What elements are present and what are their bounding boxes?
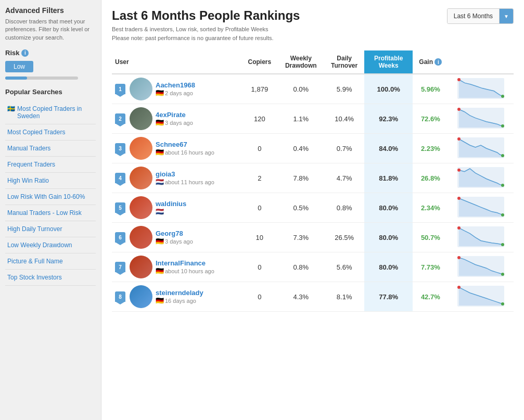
rank-wrap: 5 [115,202,125,213]
user-info: 4exPirate 🇩🇪 3 days ago [156,111,193,126]
subtitle-line2: Please note: past performance is no guar… [112,34,300,43]
rank-badge: 4 [115,173,125,183]
subtitle: Best traders & investors, Low risk, sort… [112,25,300,42]
user-time: 🇩🇪 3 days ago [156,237,193,245]
rank-badge: 2 [115,113,125,124]
rankings-table: User Copiers WeeklyDrawdown DailyTurnove… [112,50,514,312]
avatar [130,167,152,189]
user-info: waldinius 🇳🇱 [156,200,186,215]
popular-searches-section: Popular Searches 🇸🇪Most Copied Traders i… [5,88,96,286]
rank-wrap: 4 [115,173,125,183]
avatar [130,256,152,278]
risk-info-icon[interactable]: i [21,49,29,57]
sidebar-item-low-weekly-drawdown[interactable]: Low Weekly Drawdown [5,237,96,253]
flag-icon: 🇩🇪 [156,119,164,126]
chart-cell [449,252,514,282]
svg-point-23 [457,286,461,289]
sidebar-item-manual-traders-low-risk[interactable]: Manual Traders - Low Risk [5,205,96,221]
sidebar-item-most-copied-sweden[interactable]: 🇸🇪Most Copied Traders in Sweden [5,101,96,124]
gain-value: 5.96% [421,85,440,93]
sidebar-item-frequent-traders[interactable]: Frequent Traders [5,157,96,173]
gain-cell: 5.96% [413,74,449,104]
sidebar-item-label: Low Risk With Gain 10-60% [7,193,85,200]
avatar [130,107,152,130]
rank-wrap: 7 [115,262,125,272]
table-row: 2 4exPirate 🇩🇪 3 days ago 1201.1%10.4%92… [112,104,514,134]
sidebar-item-high-win-ratio[interactable]: High Win Ratio [5,173,96,189]
sidebar-item-picture-full-name[interactable]: Picture & Full Name [5,253,96,270]
risk-label: Risk i [5,49,96,57]
profitable-weeks-cell: 80.0% [364,252,413,282]
risk-button[interactable]: Low [5,61,33,72]
sidebar-item-low-risk-gain[interactable]: Low Risk With Gain 10-60% [5,189,96,205]
gain-value: 42.7% [421,293,440,301]
col-weekly-drawdown: WeeklyDrawdown [278,50,324,74]
gain-value: 2.34% [421,204,440,212]
username[interactable]: Schnee67 [156,141,214,148]
copiers-cell: 0 [241,134,278,163]
user-cell-inner: 5 waldinius 🇳🇱 [115,196,238,219]
chart-cell [449,282,514,312]
chart-cell [449,193,514,223]
user-info: gioia3 🇳🇱 about 11 hours ago [156,170,214,186]
username[interactable]: waldinius [156,200,186,208]
gain-cell: 2.34% [413,193,449,223]
flag-icon: 🇳🇱 [156,178,164,186]
gain-cell: 7.73% [413,252,449,282]
username[interactable]: Aachen1968 [156,81,195,89]
sidebar-item-most-copied[interactable]: Most Copied Traders [5,124,96,141]
user-cell-inner: 6 Georg78 🇩🇪 3 days ago [115,226,238,249]
period-label: Last 6 Months [448,9,500,23]
flag-icon: 🇩🇪 [156,237,164,245]
username[interactable]: 4exPirate [156,111,193,119]
svg-point-4 [501,124,504,128]
username[interactable]: gioia3 [156,170,214,178]
chart-cell [449,104,514,134]
sidebar-item-manual-traders[interactable]: Manual Traders [5,141,96,157]
header-left: Last 6 Months People Rankings Best trade… [112,8,300,42]
user-time: 🇩🇪 about 10 hours ago [156,267,214,275]
sidebar-title: Advanced Filters [5,6,96,15]
gain-value: 72.6% [421,115,440,123]
flag-icon: 🇸🇪 [7,105,15,112]
period-selector[interactable]: Last 6 Months ▼ [447,8,514,24]
avatar [130,226,152,249]
profitable-weeks-cell: 100.0% [364,74,413,104]
rank-wrap: 6 [115,232,125,243]
profitable-weeks-cell: 84.0% [364,134,413,163]
period-arrow-icon[interactable]: ▼ [500,9,513,23]
gain-info-icon[interactable]: i [434,58,442,66]
profitable-weeks-cell: 80.0% [364,223,413,252]
svg-point-8 [457,137,461,141]
copiers-cell: 0 [241,193,278,223]
sidebar-item-label: Top Stock Investors [7,274,62,281]
risk-slider[interactable] [5,77,78,80]
svg-point-5 [457,108,461,111]
gain-cell: 42.7% [413,282,449,312]
flag-icon: 🇩🇪 [156,297,164,304]
col-user: User [112,50,241,74]
weekly-drawdown-cell: 0.0% [278,74,324,104]
sidebar-item-high-daily-turnover[interactable]: High Daily Turnover [5,221,96,237]
svg-point-16 [501,243,504,246]
page-title: Last 6 Months People Rankings [112,8,300,23]
username[interactable]: Georg78 [156,230,193,237]
main-content: Last 6 Months People Rankings Best trade… [101,0,524,420]
user-time: 🇩🇪 3 days ago [156,119,193,126]
user-time: 🇳🇱 about 11 hours ago [156,178,214,186]
user-cell-inner: 1 Aachen1968 🇩🇪 2 days ago [115,78,238,100]
rank-badge: 1 [115,84,125,94]
chart-cell [449,134,514,163]
col-daily-turnover: DailyTurnover [324,50,365,74]
rank-badge: 3 [115,143,125,154]
user-cell-inner: 3 Schnee67 🇩🇪 about 16 hours ago [115,137,238,160]
user-cell-inner: 4 gioia3 🇳🇱 about 11 hours ago [115,167,238,189]
username[interactable]: steinerndelady [156,289,203,297]
rank-badge: 6 [115,232,125,243]
col-gain: Gain i [413,50,449,74]
copiers-cell: 10 [241,223,278,252]
sidebar-item-top-stock-investors[interactable]: Top Stock Investors [5,270,96,286]
weekly-drawdown-cell: 0.8% [278,252,324,282]
username[interactable]: InternalFinance [156,259,214,267]
user-cell-2: 3 Schnee67 🇩🇪 about 16 hours ago [112,134,241,163]
